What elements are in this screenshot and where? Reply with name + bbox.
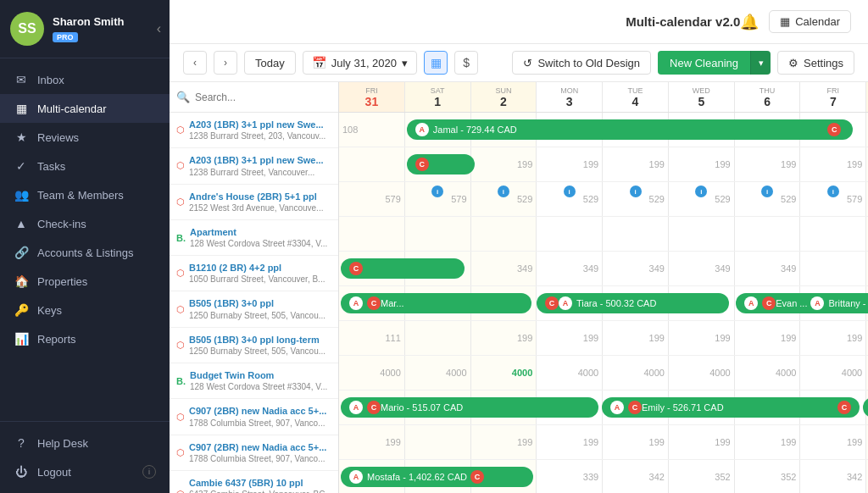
cal-cell[interactable]: 199	[669, 425, 735, 459]
today-button[interactable]: Today	[244, 51, 296, 75]
prev-button[interactable]: ‹	[183, 51, 207, 75]
cal-cell[interactable]: 199	[603, 425, 669, 459]
cal-cell[interactable]: i 529	[603, 182, 669, 216]
cal-cell[interactable]	[800, 217, 866, 251]
cal-cell[interactable]	[405, 321, 471, 355]
cal-cell[interactable]: 4000	[800, 356, 866, 390]
list-item[interactable]: ⬡ B505 (1BR) 3+0 ppl long-term1250 Burna…	[170, 328, 338, 363]
list-item[interactable]: ⬡ A203 (1BR) 3+1 ppl new Swe...1238 Burr…	[170, 148, 338, 184]
bell-icon[interactable]: 🔔	[740, 13, 759, 31]
cal-cell[interactable]: 352	[669, 460, 735, 493]
cal-cell[interactable]: i 529	[537, 182, 603, 216]
list-item[interactable]: ⬡ B1210 (2 BR) 4+2 ppl1050 Burrard Stree…	[170, 256, 338, 291]
next-button[interactable]: ›	[214, 51, 237, 75]
cal-cell[interactable]: 349	[669, 252, 735, 285]
sidebar-item-tasks[interactable]: ✓ Tasks	[0, 152, 170, 180]
list-item[interactable]: B. Apartment128 West Cordova Street #330…	[170, 220, 338, 256]
cal-cell[interactable]: 342	[603, 460, 669, 493]
cal-cell[interactable]: 199	[603, 147, 669, 181]
cal-cell[interactable]: 199	[735, 147, 801, 181]
cal-cell[interactable]: i 529	[471, 182, 537, 216]
list-item[interactable]: ⬡ B505 (1BR) 3+0 ppl1250 Burnaby Street,…	[170, 291, 338, 327]
cal-cell[interactable]: 199	[339, 425, 405, 459]
cal-cell[interactable]: 349	[735, 252, 801, 285]
cal-cell[interactable]	[669, 217, 735, 251]
cal-cell[interactable]: 349	[537, 252, 603, 285]
date-picker-button[interactable]: 📅 July 31, 2020 ▾	[303, 51, 417, 75]
cal-cell[interactable]: 199	[669, 321, 735, 355]
new-cleaning-dropdown-button[interactable]: ▾	[750, 51, 771, 75]
sidebar-item-inbox[interactable]: ✉ Inbox	[0, 65, 170, 94]
cal-cell[interactable]: 4000	[471, 356, 537, 390]
cal-cell[interactable]: 4000	[603, 356, 669, 390]
sidebar-item-properties[interactable]: 🏠 Properties	[0, 267, 170, 296]
cal-cell[interactable]: 199	[735, 425, 801, 459]
sidebar-item-reviews[interactable]: ★ Reviews	[0, 123, 170, 152]
cal-cell[interactable]: 199	[471, 321, 537, 355]
cal-cell[interactable]: 199	[471, 425, 537, 459]
cal-cell[interactable]: 199	[537, 321, 603, 355]
cal-cell[interactable]: 199	[800, 425, 866, 459]
list-item[interactable]: ⬡ Cambie 6437 (5BR) 10 ppl6437 Cambie St…	[170, 471, 338, 493]
cal-cell[interactable]: i 529	[669, 182, 735, 216]
cal-cell[interactable]	[603, 217, 669, 251]
cal-cell[interactable]: 199	[471, 147, 537, 181]
cal-cell[interactable]: 199	[669, 147, 735, 181]
cal-cell[interactable]: 352	[735, 460, 801, 493]
list-item[interactable]: B. Budget Twin Room128 West Cordova Stre…	[170, 363, 338, 399]
cal-cell[interactable]: 342	[800, 460, 866, 493]
new-cleaning-button[interactable]: New Cleaning	[658, 51, 750, 75]
booking-bar-jamal[interactable]: A Jamal - 729.44 CAD C	[407, 119, 853, 140]
cal-cell[interactable]: 4000	[537, 356, 603, 390]
sidebar-item-reports[interactable]: 📊 Reports	[0, 324, 170, 353]
cal-cell[interactable]: 199	[537, 425, 603, 459]
cal-cell[interactable]: 349	[471, 252, 537, 285]
sidebar-item-helpdesk[interactable]: ? Help Desk	[0, 429, 170, 457]
cal-cell[interactable]	[537, 217, 603, 251]
cal-cell[interactable]: 4000	[405, 356, 471, 390]
sidebar-item-accounts[interactable]: 🔗 Accounts & Listings	[0, 238, 170, 267]
settings-button[interactable]: ⚙ Settings	[777, 51, 854, 75]
cal-cell[interactable]: 111	[339, 321, 405, 355]
cal-cell[interactable]	[339, 147, 405, 181]
cal-cell[interactable]: 349	[603, 252, 669, 285]
sidebar-item-keys[interactable]: 🔑 Keys	[0, 296, 170, 324]
cal-cell[interactable]: 4000	[669, 356, 735, 390]
sidebar-item-logout[interactable]: ⏻ Logout i	[0, 457, 170, 486]
switch-design-button[interactable]: ↺ Switch to Old Design	[512, 51, 651, 75]
booking-bar-a203-2[interactable]: C	[407, 154, 475, 174]
cal-cell[interactable]: i 579	[800, 182, 866, 216]
list-item[interactable]: ⬡ A203 (1BR) 3+1 ppl new Swe...1238 Burr…	[170, 113, 338, 148]
sidebar-item-checkins[interactable]: ▲ Check-ins	[0, 209, 170, 238]
booking-bar-emily[interactable]: A C Emily - 526.71 CAD C	[602, 397, 860, 418]
cal-cell[interactable]	[339, 217, 405, 251]
cal-cell[interactable]: i 579	[405, 182, 471, 216]
cal-cell[interactable]: 199	[603, 321, 669, 355]
cal-cell[interactable]	[405, 217, 471, 251]
calendar-view-button[interactable]: ▦ Calendar	[769, 10, 851, 33]
sidebar-item-team[interactable]: 👥 Team & Members	[0, 180, 170, 209]
cal-cell[interactable]: 199	[800, 321, 866, 355]
cal-cell[interactable]: 4000	[339, 356, 405, 390]
booking-bar-mario[interactable]: A C Mario - 515.07 CAD	[341, 397, 598, 418]
list-item[interactable]: ⬡ C907 (2BR) new Nadia acc 5+...1788 Col…	[170, 399, 338, 435]
list-item[interactable]: ⬡ Andre's House (2BR) 5+1 ppl2152 West 3…	[170, 185, 338, 220]
cal-cell[interactable]	[471, 217, 537, 251]
cal-cell[interactable]: 199	[537, 147, 603, 181]
cal-cell[interactable]	[405, 425, 471, 459]
booking-bar-b1210[interactable]: C	[341, 258, 465, 279]
booking-bar-mar[interactable]: A C Mar...	[341, 293, 531, 313]
grid-view-button[interactable]: ▦	[424, 51, 448, 75]
sidebar-item-multi-calendar[interactable]: ▦ Multi-calendar	[0, 94, 170, 123]
list-item[interactable]: ⬡ C907 (2BR) new Nadia acc 5+...1788 Col…	[170, 435, 338, 471]
cal-cell[interactable]: i 529	[735, 182, 801, 216]
cal-cell[interactable]: 579	[339, 182, 405, 216]
booking-bar-tiara[interactable]: C A Tiara - 500.32 CAD	[537, 293, 729, 313]
cal-cell[interactable]: 108	[339, 113, 405, 147]
search-input[interactable]	[195, 91, 331, 103]
dollar-button[interactable]: $	[454, 51, 478, 75]
cal-cell[interactable]: 199	[800, 147, 866, 181]
booking-bar-evan[interactable]: A C Evan ... A Brittany - 389.46	[736, 293, 868, 313]
cal-cell[interactable]	[800, 252, 866, 285]
cal-cell[interactable]	[735, 217, 801, 251]
